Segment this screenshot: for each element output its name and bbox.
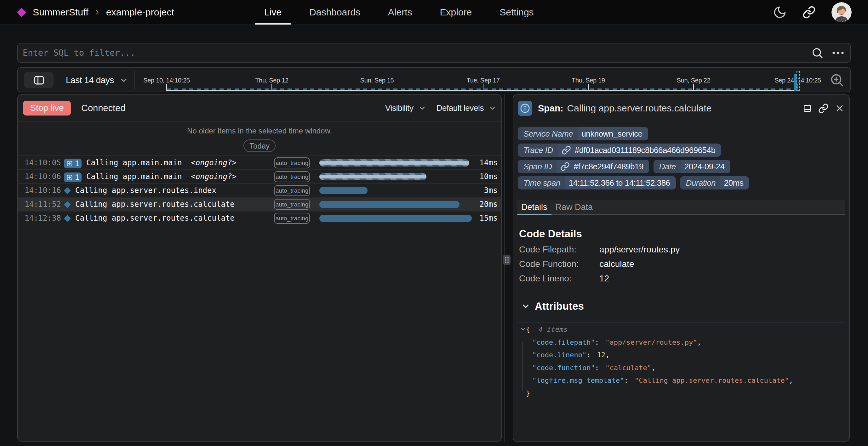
sql-filter-input[interactable]: Enter SQL to filter...	[17, 43, 851, 63]
span-title-text: Calling app.server.routes.calculate	[567, 103, 712, 113]
json-entry-line: "code.lineno": 12,	[517, 349, 845, 362]
time-range-select[interactable]: Last 14 days	[66, 68, 128, 92]
code-detail-label: Code Filepath:	[519, 245, 599, 255]
info-icon	[518, 101, 532, 116]
visibility-dropdown[interactable]: Visibility	[385, 103, 426, 113]
chevron-down-icon	[488, 104, 497, 113]
stop-live-button[interactable]: Stop live	[23, 101, 71, 116]
nav-tab-explore[interactable]: Explore	[426, 0, 486, 25]
span-kind-label: Span:	[538, 103, 563, 113]
code-details-heading: Code Details	[519, 228, 680, 240]
live-panel-header: Stop live Connected Visibility Default l…	[18, 95, 501, 122]
more-options-ellipsis-icon[interactable]	[831, 46, 845, 59]
collapsed-children-badge[interactable]: 1	[64, 173, 82, 182]
timeline-tick-label: Sun, Sep 15	[330, 77, 424, 84]
timeline-histogram[interactable]: Sep 10, 14:10:25Thu, Sep 12Sun, Sep 15Tu…	[155, 68, 832, 92]
log-row[interactable]: 14:10:051Calling app.main.main <ongoing?…	[18, 156, 501, 170]
meta-pill-value: #f7c8e294f7489b19	[557, 160, 649, 173]
log-row-message: Calling app.main.main <ongoing?>	[86, 170, 237, 183]
expand-plus-icon	[66, 160, 73, 167]
json-indent-guide	[523, 342, 523, 391]
meta-pill-span-id[interactable]: Span ID#f7c8e294f7489b19	[518, 160, 649, 173]
span-title: Span:Calling app.server.routes.calculate	[538, 103, 711, 114]
attributes-json-viewer: { 4 items"code.filepath": "app/server/ro…	[517, 323, 845, 400]
span-diamond-icon	[64, 187, 70, 193]
span-panel-header: Span:Calling app.server.routes.calculate	[514, 95, 849, 122]
connection-status: Connected	[81, 103, 125, 113]
timeline-axis-line	[166, 90, 799, 91]
user-avatar[interactable]	[832, 2, 851, 22]
attributes-toggle[interactable]: Attributes	[521, 300, 584, 312]
sidebar-toggle-icon	[33, 74, 45, 86]
zoom-in-icon[interactable]	[829, 72, 844, 88]
nav-tab-dashboards[interactable]: Dashboards	[296, 0, 374, 25]
log-row-duration: 14ms	[479, 156, 498, 169]
log-row[interactable]: 14:11:52Calling app.server.routes.calcul…	[18, 198, 501, 212]
timeline-tick-label: Tue, Sep 17	[436, 77, 530, 84]
link-icon	[562, 146, 571, 155]
code-details-section: Code Details Code Filepath:app/server/ro…	[519, 228, 680, 286]
log-row-timestamp: 14:11:52	[25, 198, 61, 211]
expand-plus-icon	[66, 174, 73, 181]
dock-panel-bottom-icon[interactable]	[803, 103, 812, 113]
log-row-duration: 3ms	[484, 184, 498, 197]
sidebar-toggle-button[interactable]	[24, 72, 54, 88]
detail-tab-raw-data[interactable]: Raw Data	[552, 200, 597, 214]
log-row[interactable]: 14:10:16Calling app.server.routes.indexa…	[18, 184, 501, 198]
timeline-activity-dashes	[166, 89, 799, 90]
json-root-line: { 4 items	[517, 323, 845, 336]
meta-pill-time-span: Time span14:11:52.366 to 14:11:52.386	[518, 176, 676, 189]
default-levels-dropdown[interactable]: Default levels	[436, 103, 497, 113]
close-icon[interactable]	[835, 104, 844, 113]
json-entry-line: "code.filepath": "app/server/routes.py",	[517, 336, 845, 349]
copy-link-icon[interactable]	[818, 103, 829, 114]
json-close-line: }	[517, 387, 845, 400]
chevron-down-icon	[521, 301, 530, 311]
today-button[interactable]: Today	[244, 139, 276, 152]
meta-pill-duration: Duration20ms	[680, 176, 749, 189]
scope-tag: auto_tracing	[274, 171, 310, 182]
nav-tab-alerts[interactable]: Alerts	[374, 0, 426, 25]
log-row-message: Calling app.server.routes.calculate	[75, 198, 235, 211]
log-row-message: Calling app.server.routes.index	[75, 184, 216, 197]
duration-bar	[319, 215, 472, 222]
meta-pill-value: 14:11:52.366 to 14:11:52.386	[565, 176, 676, 189]
timeline-tick-label: Sep 10, 14:10:25	[119, 77, 214, 84]
nav-tab-settings[interactable]: Settings	[486, 0, 547, 25]
theme-toggle-moon-icon[interactable]	[773, 5, 787, 19]
scope-tag: auto_tracing	[274, 157, 310, 168]
default-levels-dropdown-label: Default levels	[436, 103, 484, 113]
nav-tab-live[interactable]: Live	[250, 0, 296, 25]
meta-pill-trace-id[interactable]: Trace ID#df01acad0311189c8b66a466d969654…	[518, 144, 721, 157]
log-row-timestamp: 14:12:38	[25, 212, 61, 225]
chevron-down-icon	[418, 104, 427, 113]
code-detail-label: Code Lineno:	[519, 274, 599, 284]
time-range-label: Last 14 days	[66, 75, 114, 85]
splitter-drag-handle[interactable]	[503, 255, 510, 265]
duration-bar	[319, 201, 460, 208]
log-row[interactable]: 14:10:061Calling app.main.main <ongoing?…	[18, 170, 501, 184]
timeline-cursor[interactable]	[797, 71, 800, 91]
duration-bar	[319, 159, 469, 166]
code-detail-row: Code Filepath:app/server/routes.py	[519, 242, 680, 257]
log-row-timestamp: 14:10:05	[25, 156, 61, 169]
json-collapse-chevron-icon[interactable]	[520, 326, 526, 332]
duration-bar	[319, 187, 368, 194]
log-row-ongoing-suffix: <ongoing?>	[182, 158, 236, 167]
logfire-logo-icon	[17, 7, 27, 17]
breadcrumb-project[interactable]: example-project	[106, 7, 174, 18]
timeline-tick-label: Thu, Sep 19	[541, 77, 636, 84]
search-icon[interactable]	[811, 46, 824, 59]
code-detail-value: 12	[599, 274, 609, 284]
collapsed-children-badge[interactable]: 1	[64, 160, 82, 168]
detail-tab-details[interactable]: Details	[517, 200, 552, 214]
share-link-icon[interactable]	[803, 6, 816, 19]
log-row[interactable]: 14:12:38Calling app.server.routes.calcul…	[18, 212, 501, 225]
log-row-timestamp: 14:10:06	[25, 170, 61, 183]
timeline-tick-label: Thu, Sep 12	[224, 77, 319, 84]
meta-pill-label: Trace ID	[518, 144, 558, 157]
code-detail-label: Code Function:	[519, 259, 599, 269]
breadcrumb-org[interactable]: SummerStuff	[33, 7, 89, 18]
log-row-ongoing-suffix: <ongoing?>	[182, 172, 236, 181]
scope-tag: auto_tracing	[274, 199, 310, 210]
